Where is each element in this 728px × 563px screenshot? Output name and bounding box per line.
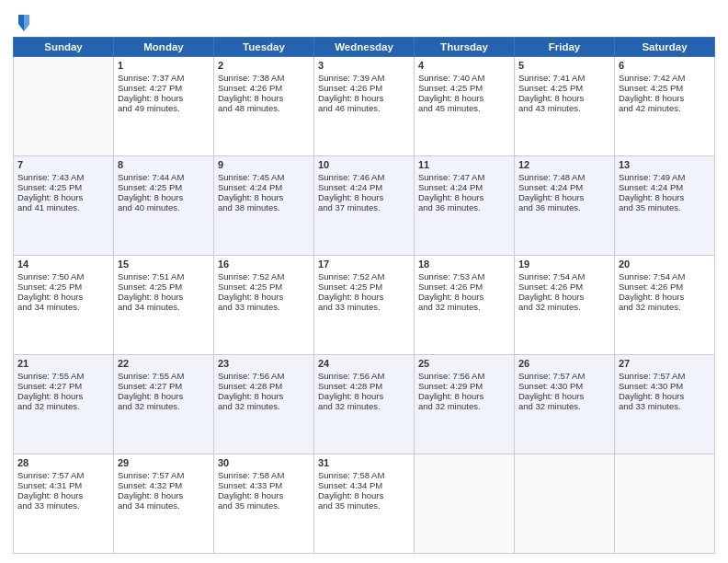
logo (13, 13, 31, 33)
day-info-line: Sunrise: 7:56 AM (418, 371, 510, 381)
day-info-line: Sunset: 4:30 PM (619, 381, 711, 391)
day-info-line: Sunset: 4:28 PM (318, 381, 410, 391)
day-info-line: Daylight: 8 hours (619, 93, 711, 103)
calendar-cell: 18Sunrise: 7:53 AMSunset: 4:26 PMDayligh… (415, 256, 515, 355)
day-info-line: Sunset: 4:32 PM (118, 480, 210, 490)
day-number: 31 (318, 457, 410, 468)
day-info-line: and 32 minutes. (218, 401, 310, 411)
day-number: 8 (118, 159, 210, 170)
day-number: 2 (218, 60, 310, 71)
day-info-line: Sunrise: 7:53 AM (418, 271, 510, 282)
day-number: 3 (318, 60, 410, 71)
calendar-week-row: 14Sunrise: 7:50 AMSunset: 4:25 PMDayligh… (14, 256, 715, 355)
calendar-table: SundayMondayTuesdayWednesdayThursdayFrid… (13, 37, 715, 554)
day-info-line: Sunset: 4:34 PM (318, 480, 410, 490)
day-info-line: and 32 minutes. (17, 401, 109, 411)
day-info-line: Sunset: 4:24 PM (218, 182, 310, 192)
day-info-line: and 34 minutes. (118, 500, 210, 511)
day-info-line: Daylight: 8 hours (318, 490, 410, 500)
calendar-cell: 27Sunrise: 7:57 AMSunset: 4:30 PMDayligh… (615, 355, 715, 454)
day-number: 9 (218, 159, 310, 170)
day-info-line: Sunset: 4:26 PM (318, 83, 410, 93)
day-info-line: and 45 minutes. (418, 103, 510, 113)
calendar-cell: 9Sunrise: 7:45 AMSunset: 4:24 PMDaylight… (214, 156, 314, 256)
day-info-line: and 33 minutes. (218, 302, 310, 312)
calendar-cell: 15Sunrise: 7:51 AMSunset: 4:25 PMDayligh… (114, 256, 214, 355)
day-info-line: Daylight: 8 hours (218, 391, 310, 401)
day-info-line: and 32 minutes. (418, 302, 510, 312)
day-number: 25 (418, 358, 510, 369)
calendar-cell (14, 57, 114, 156)
day-number: 17 (318, 259, 410, 270)
calendar-cell: 21Sunrise: 7:55 AMSunset: 4:27 PMDayligh… (14, 355, 114, 454)
weekday-header-sunday: Sunday (14, 38, 114, 57)
calendar-cell: 19Sunrise: 7:54 AMSunset: 4:26 PMDayligh… (515, 256, 615, 355)
day-info-line: and 32 minutes. (418, 401, 510, 411)
day-info-line: Daylight: 8 hours (218, 93, 310, 103)
calendar-cell: 5Sunrise: 7:41 AMSunset: 4:25 PMDaylight… (515, 57, 615, 156)
day-number: 5 (518, 60, 610, 71)
calendar-cell (515, 454, 615, 554)
day-info-line: Sunrise: 7:44 AM (118, 172, 210, 182)
day-info-line: Daylight: 8 hours (17, 490, 109, 500)
calendar-cell: 7Sunrise: 7:43 AMSunset: 4:25 PMDaylight… (14, 156, 114, 256)
weekday-header-wednesday: Wednesday (314, 38, 415, 57)
weekday-header-row: SundayMondayTuesdayWednesdayThursdayFrid… (14, 38, 715, 57)
day-info-line: Daylight: 8 hours (418, 93, 510, 103)
day-info-line: Sunset: 4:25 PM (518, 83, 610, 93)
day-info-line: Sunset: 4:25 PM (118, 182, 210, 192)
day-number: 23 (218, 358, 310, 369)
day-info-line: and 32 minutes. (619, 302, 711, 312)
calendar-cell: 12Sunrise: 7:48 AMSunset: 4:24 PMDayligh… (515, 156, 615, 256)
day-info-line: and 41 minutes. (17, 202, 109, 213)
day-info-line: Sunrise: 7:50 AM (17, 271, 109, 282)
day-info-line: Sunrise: 7:49 AM (619, 172, 711, 182)
calendar-cell (615, 454, 715, 554)
day-info-line: Daylight: 8 hours (619, 391, 711, 401)
day-info-line: and 32 minutes. (518, 302, 610, 312)
day-info-line: Sunrise: 7:46 AM (318, 172, 410, 182)
day-info-line: Sunset: 4:25 PM (118, 282, 210, 292)
day-number: 6 (619, 60, 711, 71)
day-number: 7 (17, 159, 109, 170)
calendar-cell: 6Sunrise: 7:42 AMSunset: 4:25 PMDaylight… (615, 57, 715, 156)
day-info-line: Sunset: 4:33 PM (218, 480, 310, 490)
day-info-line: Daylight: 8 hours (118, 192, 210, 202)
day-info-line: Sunrise: 7:47 AM (418, 172, 510, 182)
day-info-line: Sunset: 4:27 PM (17, 381, 109, 391)
calendar-cell: 11Sunrise: 7:47 AMSunset: 4:24 PMDayligh… (415, 156, 515, 256)
day-info-line: Sunset: 4:24 PM (318, 182, 410, 192)
calendar-cell: 25Sunrise: 7:56 AMSunset: 4:29 PMDayligh… (415, 355, 515, 454)
day-info-line: Sunrise: 7:51 AM (118, 271, 210, 282)
day-info-line: Sunrise: 7:52 AM (218, 271, 310, 282)
day-info-line: and 32 minutes. (318, 401, 410, 411)
day-info-line: and 36 minutes. (418, 202, 510, 213)
day-info-line: Sunrise: 7:39 AM (318, 73, 410, 83)
day-number: 10 (318, 159, 410, 170)
day-info-line: and 35 minutes. (619, 202, 711, 213)
logo-icon (15, 13, 31, 33)
svg-marker-1 (24, 15, 29, 31)
day-info-line: Daylight: 8 hours (218, 292, 310, 302)
day-info-line: Sunrise: 7:48 AM (518, 172, 610, 182)
day-info-line: Daylight: 8 hours (318, 292, 410, 302)
day-info-line: Sunrise: 7:58 AM (218, 470, 310, 480)
calendar-week-row: 28Sunrise: 7:57 AMSunset: 4:31 PMDayligh… (14, 454, 715, 554)
day-info-line: Daylight: 8 hours (17, 192, 109, 202)
calendar-cell: 8Sunrise: 7:44 AMSunset: 4:25 PMDaylight… (114, 156, 214, 256)
day-info-line: Daylight: 8 hours (17, 292, 109, 302)
day-number: 28 (17, 457, 109, 468)
calendar-cell: 17Sunrise: 7:52 AMSunset: 4:25 PMDayligh… (314, 256, 415, 355)
day-info-line: Daylight: 8 hours (418, 292, 510, 302)
day-number: 12 (518, 159, 610, 170)
day-info-line: and 40 minutes. (118, 202, 210, 213)
calendar-cell: 26Sunrise: 7:57 AMSunset: 4:30 PMDayligh… (515, 355, 615, 454)
day-info-line: and 32 minutes. (518, 401, 610, 411)
weekday-header-monday: Monday (114, 38, 214, 57)
day-info-line: Sunset: 4:26 PM (619, 282, 711, 292)
day-number: 27 (619, 358, 711, 369)
day-info-line: Sunrise: 7:57 AM (118, 470, 210, 480)
day-info-line: Sunrise: 7:41 AM (518, 73, 610, 83)
day-info-line: and 35 minutes. (218, 500, 310, 511)
day-info-line: Sunset: 4:28 PM (218, 381, 310, 391)
